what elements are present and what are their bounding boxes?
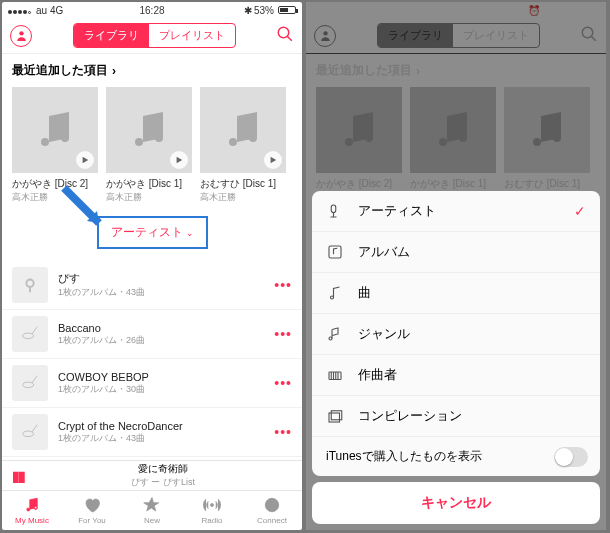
chevron-down-icon: ⌄ [186, 228, 194, 238]
list-item[interactable]: Baccano1枚のアルバム・26曲••• [2, 310, 302, 359]
svg-line-10 [32, 327, 38, 334]
carrier-label: au 4G [36, 5, 63, 16]
check-icon: ✓ [574, 203, 586, 219]
option-composer[interactable]: 作曲者 [312, 355, 600, 396]
album-row[interactable]: かがやき [Disc 2] 高木正勝 かがやき [Disc 1] 高木正勝 おむ… [2, 87, 302, 204]
list-item[interactable]: ぴす1枚のアルバム・43曲••• [2, 261, 302, 310]
np-sub: ぴす ー ぴすList [34, 476, 292, 489]
svg-point-31 [329, 337, 332, 340]
svg-point-0 [19, 31, 23, 35]
annotation-arrow-icon [59, 183, 109, 233]
svg-point-5 [135, 138, 143, 146]
svg-point-15 [211, 504, 214, 507]
pause-button[interactable]: ▮▮ [12, 468, 24, 484]
more-button[interactable]: ••• [274, 326, 292, 342]
svg-rect-26 [331, 205, 336, 213]
signal-dots-icon [8, 5, 32, 16]
svg-line-2 [287, 36, 292, 41]
play-icon[interactable] [170, 151, 188, 169]
option-compilation[interactable]: コンピレーション [312, 396, 600, 437]
clock: 16:28 [139, 5, 164, 16]
battery-icon [278, 6, 296, 14]
svg-point-8 [249, 134, 257, 142]
svg-rect-38 [331, 411, 342, 420]
svg-line-12 [32, 376, 38, 383]
tab-foryou[interactable]: For You [62, 491, 122, 530]
tab-radio[interactable]: Radio [182, 491, 242, 530]
svg-point-3 [41, 138, 49, 146]
sort-dropdown[interactable]: アーティスト⌄ [97, 216, 208, 249]
status-bar: au 4G 16:28 ✱ 53% [2, 2, 302, 18]
profile-button[interactable] [10, 25, 32, 47]
list-item[interactable]: COWBOY BEBOP1枚のアルバム・30曲••• [2, 359, 302, 408]
play-icon[interactable] [264, 151, 282, 169]
np-title: 愛に奇術師 [34, 462, 292, 476]
list-item[interactable]: Crypt of the NecroDancer1枚のアルバム・43曲••• [2, 408, 302, 457]
list-item[interactable]: Galileo Galilei••• [2, 457, 302, 460]
section-header[interactable]: 最近追加した項目 › [2, 54, 302, 87]
search-button[interactable] [276, 25, 294, 47]
toggle-switch[interactable] [554, 447, 588, 467]
more-button[interactable]: ••• [274, 424, 292, 440]
option-artist[interactable]: アーティスト✓ [312, 191, 600, 232]
svg-point-7 [229, 138, 237, 146]
album-item[interactable]: おむすひ [Disc 1] 高木正勝 [200, 87, 286, 204]
svg-point-4 [61, 134, 69, 142]
tab-library[interactable]: ライブラリ [74, 24, 149, 47]
more-button[interactable]: ••• [274, 375, 292, 391]
play-icon[interactable] [76, 151, 94, 169]
option-song[interactable]: 曲 [312, 273, 600, 314]
option-genre[interactable]: ジャンル [312, 314, 600, 355]
more-button[interactable]: ••• [274, 277, 292, 293]
tab-mymusic[interactable]: My Music [2, 491, 62, 530]
album-item[interactable]: かがやき [Disc 1] 高木正勝 [106, 87, 192, 204]
segment-control[interactable]: ライブラリ プレイリスト [73, 23, 236, 48]
svg-rect-37 [329, 413, 340, 422]
now-playing-bar[interactable]: ▮▮ 愛に奇術師ぴす ー ぴすList [2, 460, 302, 490]
tab-connect[interactable]: Connect [242, 491, 302, 530]
nav-bar: ライブラリ プレイリスト [2, 18, 302, 54]
action-sheet: アーティスト✓ アルバム 曲 ジャンル 作曲者 コンピレーション iTunesで… [312, 191, 600, 524]
svg-line-14 [32, 425, 38, 432]
tab-playlists[interactable]: プレイリスト [149, 24, 235, 47]
option-purchased[interactable]: iTunesで購入したものを表示 [312, 437, 600, 476]
phone-right: au 2:41 ↖ ⏰ ✱ 100% ライブラリ プレイリスト 最近追加した項目… [306, 2, 606, 530]
tab-bar: My Music For You New Radio Connect [2, 490, 302, 530]
phone-left: au 4G 16:28 ✱ 53% ライブラリ プレイリスト 最近追加した項目 … [2, 2, 302, 530]
svg-point-30 [331, 296, 334, 299]
svg-rect-29 [329, 246, 341, 258]
svg-point-1 [278, 27, 289, 38]
artist-list[interactable]: ぴす1枚のアルバム・43曲••• Baccano1枚のアルバム・26曲••• C… [2, 261, 302, 460]
option-album[interactable]: アルバム [312, 232, 600, 273]
chevron-right-icon: › [112, 64, 116, 78]
svg-point-6 [155, 134, 163, 142]
cancel-button[interactable]: キャンセル [312, 482, 600, 524]
tab-new[interactable]: New [122, 491, 182, 530]
battery-percent: 53% [254, 5, 274, 16]
bluetooth-icon: ✱ [244, 5, 252, 16]
